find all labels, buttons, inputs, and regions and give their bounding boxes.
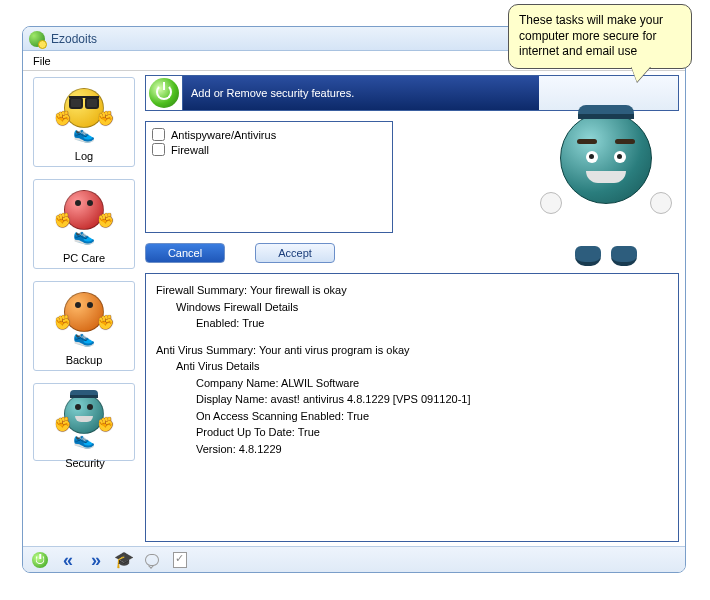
forward-icon: »	[91, 551, 101, 569]
tasks-button[interactable]	[169, 550, 191, 570]
sidebar-item-label: PC Care	[36, 252, 132, 264]
av-version: Version: 4.8.1229	[156, 441, 668, 458]
speech-bubble-icon	[145, 554, 159, 566]
assistant-character[interactable]	[536, 112, 676, 272]
checkbox-antispyware[interactable]	[152, 128, 165, 141]
back-button[interactable]: «	[57, 550, 79, 570]
av-company: Company Name: ALWIL Software	[156, 375, 668, 392]
power-button[interactable]	[29, 550, 51, 570]
av-display: Display Name: avast! antivirus 4.8.1229 …	[156, 391, 668, 408]
sidebar-item-pc-care[interactable]: ✊✊ 👟 PC Care	[33, 179, 135, 269]
sidebar-item-backup[interactable]: ✊✊ 👟 Backup	[33, 281, 135, 371]
power-icon	[32, 552, 48, 568]
chat-button[interactable]	[141, 550, 163, 570]
bottom-toolbar: « » 🎓	[23, 546, 685, 572]
avatar-security: ✊✊ 👟	[56, 394, 112, 450]
help-button[interactable]: 🎓	[113, 550, 135, 570]
checkbox-firewall[interactable]	[152, 143, 165, 156]
av-uptodate: Product Up To Date: True	[156, 424, 668, 441]
sidebar-item-label: Backup	[36, 354, 132, 366]
banner-text: Add or Remove security features.	[182, 76, 539, 110]
sidebar-item-security[interactable]: ✊✊ 👟	[33, 383, 135, 461]
assistant-speech-bubble: These tasks will make your computer more…	[508, 4, 692, 69]
firewall-details-header: Windows Firewall Details	[156, 299, 668, 316]
avatar-pc-care: ✊✊ 👟	[56, 190, 112, 246]
avatar-backup: ✊✊ 👟	[56, 292, 112, 348]
avatar-log: ✊✊ 👟	[56, 88, 112, 144]
back-icon: «	[63, 551, 73, 569]
check-firewall[interactable]: Firewall	[152, 143, 386, 156]
sidebar-item-log[interactable]: ✊✊ 👟 Log	[33, 77, 135, 167]
firewall-enabled: Enabled: True	[156, 315, 668, 332]
summary-panel: Firewall Summary: Your firewall is okay …	[145, 273, 679, 542]
av-summary-line: Anti Virus Summary: Your anti virus prog…	[156, 342, 668, 359]
power-icon	[149, 78, 179, 108]
av-scan: On Access Scanning Enabled: True	[156, 408, 668, 425]
speech-text: These tasks will make your computer more…	[519, 13, 663, 58]
check-label: Firewall	[171, 144, 209, 156]
av-details-header: Anti Virus Details	[156, 358, 668, 375]
check-antispyware[interactable]: Antispyware/Antivirus	[152, 128, 386, 141]
check-label: Antispyware/Antivirus	[171, 129, 276, 141]
sidebar-item-label: Log	[36, 150, 132, 162]
firewall-summary-line: Firewall Summary: Your firewall is okay	[156, 282, 668, 299]
accept-button[interactable]: Accept	[255, 243, 335, 263]
feature-checklist: Antispyware/Antivirus Firewall	[145, 121, 393, 233]
graduate-icon: 🎓	[114, 550, 134, 569]
cancel-button[interactable]: Cancel	[145, 243, 225, 263]
app-icon	[29, 31, 45, 47]
menu-file[interactable]: File	[33, 55, 51, 67]
sidebar: ✊✊ 👟 Log ✊✊ 👟 PC Care ✊✊	[23, 71, 143, 546]
forward-button[interactable]: »	[85, 550, 107, 570]
window-title: Ezodoits	[51, 32, 97, 46]
clipboard-icon	[173, 552, 187, 568]
sidebar-item-label: Security	[33, 457, 137, 469]
